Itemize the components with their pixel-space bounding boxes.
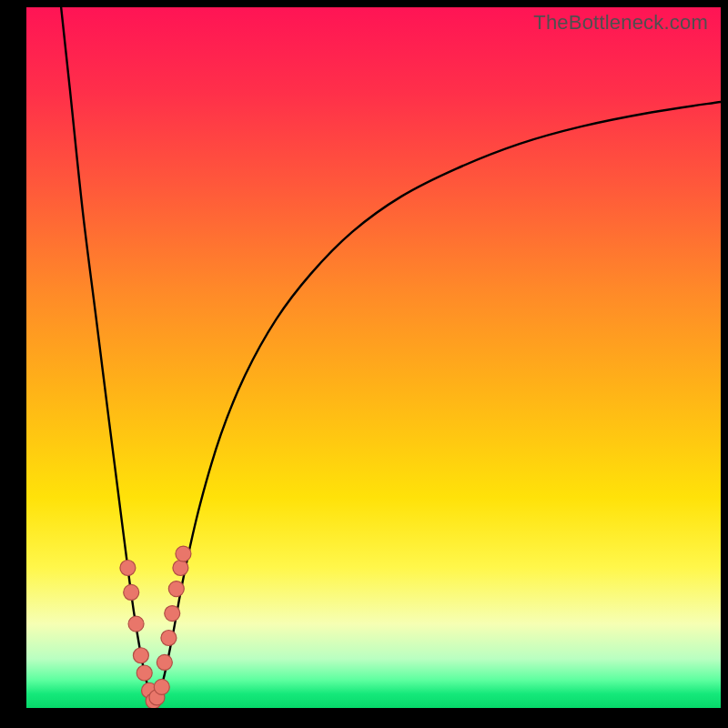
sample-dot: [176, 546, 191, 561]
curve-right-branch: [157, 102, 721, 698]
sample-dot: [142, 682, 157, 698]
curve-sample-dots: [120, 546, 191, 708]
plot-area: TheBottleneck.com: [26, 7, 721, 708]
sample-dot: [173, 561, 188, 576]
sample-dot: [149, 690, 165, 705]
sample-dot: [133, 648, 148, 663]
bottleneck-curve: [26, 7, 721, 708]
sample-dot: [146, 693, 161, 708]
sample-dot: [165, 606, 180, 622]
sample-dot: [136, 665, 152, 681]
curve-left-branch: [61, 7, 151, 697]
sample-dot: [168, 581, 184, 597]
sample-dot: [161, 631, 177, 646]
chart-frame: TheBottleneck.com: [0, 0, 728, 728]
sample-dot: [124, 584, 139, 600]
sample-dot: [128, 616, 144, 632]
sample-dot: [157, 654, 172, 670]
sample-dot: [154, 679, 169, 694]
watermark-text: TheBottleneck.com: [533, 11, 708, 35]
sample-dot: [120, 561, 136, 576]
